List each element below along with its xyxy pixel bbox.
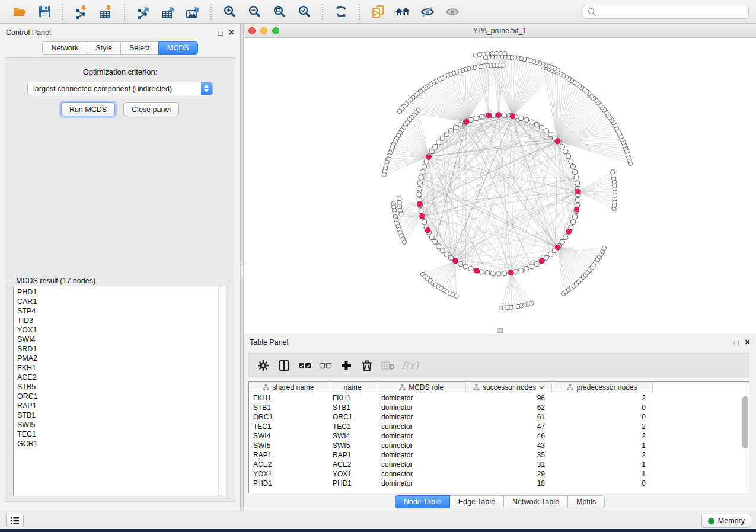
network-canvas[interactable] — [244, 38, 756, 334]
show-columns-icon[interactable] — [276, 357, 292, 374]
cell: SWI5 — [328, 441, 377, 450]
list-item[interactable]: STP4 — [14, 306, 225, 316]
zoom-in-icon[interactable] — [221, 4, 238, 20]
list-item[interactable]: STB5 — [14, 382, 225, 392]
column-header-name[interactable]: name — [328, 382, 377, 393]
column-header-mcds-role[interactable]: MCDS role — [377, 382, 466, 393]
table-options-gear-icon[interactable] — [255, 357, 272, 374]
cell: dominator — [377, 450, 466, 460]
clone-network-icon[interactable] — [369, 4, 387, 20]
export-image-icon[interactable] — [184, 4, 202, 20]
first-neighbors-icon[interactable] — [394, 4, 412, 20]
splitter-collapse-handle[interactable] — [497, 328, 503, 333]
network-window-titlebar[interactable]: YPA_prune.txt_1 — [244, 24, 756, 38]
table-row[interactable]: PHD1PHD1dominator180 — [249, 479, 749, 488]
tab-network-table[interactable]: Network Table — [503, 495, 568, 508]
cell: 2 — [552, 422, 653, 431]
list-item[interactable]: ORC1 — [14, 392, 225, 401]
list-item[interactable]: STB1 — [14, 411, 225, 420]
table-row[interactable]: SWI5SWI5connector431 — [249, 441, 749, 450]
list-item[interactable]: SWI5 — [14, 420, 225, 430]
open-icon[interactable] — [11, 4, 28, 20]
cell: 2 — [552, 431, 653, 441]
zoom-fit-icon[interactable] — [270, 4, 288, 20]
show-panels-button[interactable] — [6, 514, 24, 527]
tab-motifs[interactable]: Motifs — [567, 495, 605, 508]
cytoscape-app: Control Panel □ × Network Style Select M… — [0, 0, 756, 532]
tab-mcds[interactable]: MCDS — [158, 41, 198, 55]
table-header-row: shared name name MCDS role successor nod… — [249, 382, 749, 393]
list-item[interactable]: GCR1 — [14, 439, 225, 448]
list-item[interactable]: ACE2 — [14, 373, 225, 382]
deselect-all-icon[interactable] — [317, 357, 334, 374]
run-mcds-button[interactable]: Run MCDS — [61, 102, 115, 116]
zoom-selected-icon[interactable] — [295, 4, 313, 20]
cell: PHD1 — [328, 479, 377, 488]
cell: 2 — [552, 450, 653, 460]
import-table-icon[interactable] — [97, 4, 115, 20]
hide-selected-icon[interactable] — [419, 4, 436, 20]
column-header-successor-nodes[interactable]: successor nodes — [466, 382, 552, 393]
memory-status-icon — [708, 518, 714, 524]
export-network-icon[interactable] — [134, 4, 152, 20]
list-item[interactable]: YOX1 — [14, 325, 225, 335]
cell: 0 — [552, 412, 653, 422]
list-item[interactable]: SWI4 — [14, 335, 225, 344]
tab-network[interactable]: Network — [42, 41, 87, 55]
criterion-label: Optimization criterion: — [5, 68, 235, 76]
cell: dominator — [377, 412, 466, 422]
close-panel-button[interactable]: Close panel — [123, 102, 179, 116]
list-scrollbar[interactable] — [218, 287, 225, 495]
table-row[interactable]: SWI4SWI4dominator462 — [249, 431, 749, 441]
splitter-handle[interactable] — [241, 264, 243, 279]
table-row[interactable]: ACE2ACE2connector311 — [249, 460, 749, 469]
list-item[interactable]: CAR1 — [14, 297, 225, 306]
search-input[interactable] — [599, 6, 748, 18]
add-column-icon[interactable] — [338, 357, 355, 374]
memory-button[interactable]: Memory — [701, 514, 751, 528]
close-panel-icon[interactable]: × — [745, 338, 750, 347]
mcds-result-list: PHD1 CAR1 STP4 TID3 YOX1 SWI4 SRD1 PMA2 … — [13, 287, 225, 495]
select-all-icon[interactable] — [296, 357, 313, 374]
list-item[interactable]: SRD1 — [14, 344, 225, 354]
table-tabs: Node Table Edge Table Network Table Moti… — [244, 495, 756, 508]
delete-column-icon[interactable] — [359, 357, 375, 374]
table-row[interactable]: TEC1TEC1connector472 — [249, 422, 749, 431]
control-panel: Control Panel □ × Network Style Select M… — [0, 24, 240, 511]
criterion-dropdown[interactable]: largest connected component (undirected) — [27, 82, 213, 95]
refresh-icon[interactable] — [332, 4, 350, 20]
list-item[interactable]: TID3 — [14, 316, 225, 325]
tab-select[interactable]: Select — [120, 41, 159, 55]
tab-node-table[interactable]: Node Table — [395, 495, 450, 508]
zoom-out-icon[interactable] — [245, 4, 263, 20]
export-table-icon[interactable] — [159, 4, 177, 20]
column-header-shared-name[interactable]: shared name — [249, 382, 328, 393]
column-header-predecessor-nodes[interactable]: predecessor nodes — [552, 382, 653, 393]
cell: dominator — [377, 431, 466, 441]
float-panel-icon[interactable]: □ — [734, 339, 739, 347]
float-panel-icon[interactable]: □ — [218, 29, 223, 37]
import-network-icon[interactable] — [72, 4, 90, 20]
list-item[interactable]: TEC1 — [14, 430, 225, 439]
close-panel-icon[interactable]: × — [229, 28, 234, 37]
cell: ACE2 — [249, 460, 328, 469]
table-row[interactable]: ORC1ORC1dominator610 — [249, 412, 749, 422]
table-row[interactable]: YOX1YOX1connector291 — [249, 469, 749, 479]
list-item[interactable]: FKH1 — [14, 363, 225, 373]
table-scrollbar[interactable] — [742, 395, 748, 491]
save-icon[interactable] — [36, 4, 53, 20]
show-all-icon[interactable] — [444, 4, 461, 20]
tab-style[interactable]: Style — [87, 41, 121, 55]
table-row[interactable]: STB1STB1dominator620 — [249, 403, 749, 412]
function-builder-icon[interactable]: f(x) — [401, 360, 419, 371]
list-item[interactable]: RAP1 — [14, 401, 225, 411]
delete-table-icon[interactable] — [379, 357, 396, 374]
list-item[interactable]: PMA2 — [14, 354, 225, 363]
tab-edge-table[interactable]: Edge Table — [449, 495, 504, 508]
table-row[interactable]: RAP1RAP1dominator352 — [249, 450, 749, 460]
table-row[interactable]: FKH1FKH1dominator962 — [249, 393, 749, 403]
scrollbar-thumb[interactable] — [742, 396, 748, 448]
column-header-filler — [653, 382, 749, 393]
mcds-result-title: MCDS result (17 nodes) — [14, 277, 97, 285]
list-item[interactable]: PHD1 — [14, 287, 225, 297]
